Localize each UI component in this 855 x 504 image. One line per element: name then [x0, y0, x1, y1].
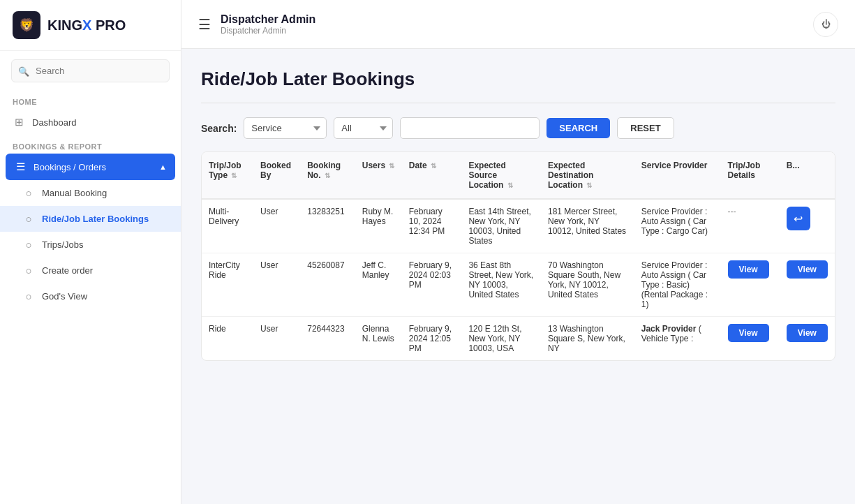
search-label: Search: [201, 123, 237, 134]
content-area: Ride/Job Later Bookings Search: Service … [181, 49, 855, 504]
cell-user-name: Glenna N. Lewis [355, 317, 402, 361]
cell-source: 120 E 12th St, New York, NY 10003, USA [461, 317, 541, 361]
cell-booked-by: User [253, 317, 300, 361]
search-text-input[interactable] [400, 117, 540, 139]
cell-user-name: Jeff C. Manley [355, 253, 402, 317]
page-divider [201, 103, 835, 103]
sidebar-item-label: God's View [42, 291, 87, 302]
main-content: ☰ Dispatcher Admin Dispatcher Admin ⏻ Ri… [181, 0, 855, 504]
cell-booking-no: 72644323 [300, 317, 355, 361]
cell-destination: 13 Washington Square S, New York, NY [541, 317, 634, 361]
sidebar-item-trips-jobs[interactable]: ○ Trips/Jobs [0, 232, 181, 258]
cell-destination: 70 Washington Square South, New York, NY… [541, 253, 634, 317]
sort-icon: ⇅ [389, 162, 394, 170]
home-section-label: HOME [0, 91, 181, 109]
sort-icon: ⇅ [507, 181, 513, 189]
cell-date: February 9, 2024 12:05 PM [402, 317, 462, 361]
topbar-left: ☰ Dispatcher Admin Dispatcher Admin [198, 13, 315, 36]
topbar-title-group: Dispatcher Admin Dispatcher Admin [221, 13, 315, 36]
table-row: Multi-DeliveryUser13283251Ruby M. HayesF… [202, 199, 835, 253]
logo: 🦁 KINGX PRO [0, 0, 181, 51]
sidebar-item-label: Manual Booking [42, 188, 107, 198]
sort-icon: ⇅ [431, 162, 436, 170]
col-trip-job-type: Trip/Job Type ⇅ [202, 152, 253, 199]
circle-icon: ○ [22, 187, 35, 199]
topbar-subtitle: Dispatcher Admin [221, 26, 315, 36]
cell-date: February 10, 2024 12:34 PM [402, 199, 462, 253]
cell-source: 36 East 8th Street, New York, NY 10003, … [461, 253, 541, 317]
cell-date: February 9, 2024 02:03 PM [402, 253, 462, 317]
cell-booking-no: 13283251 [300, 199, 355, 253]
table-header-row: Trip/Job Type ⇅ Booked By Booking No. ⇅ … [202, 152, 835, 199]
bookings-section-label: BOOKINGS & REPORT [0, 135, 181, 154]
sidebar-item-label: Create order [42, 265, 93, 276]
cell-trip-type: Multi-Delivery [202, 199, 253, 253]
topbar-title: Dispatcher Admin [221, 13, 315, 26]
view-button[interactable]: View [728, 324, 769, 342]
sidebar-item-manual-booking[interactable]: ○ Manual Booking [0, 180, 181, 206]
cell-service-provider: Jack Provider ( Vehicle Type : [634, 317, 721, 361]
power-icon: ⏻ [821, 19, 831, 29]
search-button[interactable]: SEARCH [547, 118, 610, 138]
all-select[interactable]: All Active Inactive [334, 117, 393, 139]
circle-icon: ○ [22, 265, 35, 276]
cell-action: View [780, 253, 835, 317]
service-provider-name: Jack Provider [641, 324, 699, 334]
col-action: B... [780, 152, 835, 199]
table-row: InterCity RideUser45260087Jeff C. Manley… [202, 253, 835, 317]
cell-booked-by: User [253, 253, 300, 317]
cell-trip-type: InterCity Ride [202, 253, 253, 317]
hamburger-button[interactable]: ☰ [198, 16, 211, 33]
sidebar-item-bookings-orders[interactable]: ☰ Bookings / Orders ▲ [6, 154, 175, 180]
page-title: Ride/Job Later Bookings [201, 68, 835, 90]
sidebar-item-dashboard[interactable]: ⊞ Dashboard [0, 109, 181, 135]
logo-icon: 🦁 [13, 11, 40, 39]
cell-trip-type: Ride [202, 317, 253, 361]
col-service-provider: Service Provider [634, 152, 721, 199]
bookings-icon: ☰ [14, 161, 27, 173]
cell-action: View [780, 317, 835, 361]
col-users: Users ⇅ [355, 152, 402, 199]
circle-icon: ○ [22, 213, 35, 225]
sidebar-item-ride-job-later[interactable]: ○ Ride/Job Later Bookings [0, 206, 181, 232]
col-trip-details: Trip/Job Details [721, 152, 780, 199]
search-icon: 🔍 [18, 66, 29, 76]
sort-icon: ⇅ [325, 172, 330, 179]
filter-select[interactable]: Service Trip/Job Type Status [244, 117, 327, 139]
cell-booking-no: 45260087 [300, 253, 355, 317]
sidebar-item-label: Dashboard [32, 117, 77, 128]
col-expected-destination: Expected Destination Location ⇅ [541, 152, 634, 199]
circle-icon: ○ [22, 239, 35, 251]
action-view-button[interactable]: View [787, 324, 828, 342]
circle-icon: ○ [22, 290, 35, 302]
chevron-up-icon: ▲ [159, 163, 167, 171]
search-input[interactable] [11, 59, 170, 82]
logo-text: KINGX PRO [47, 17, 126, 34]
bookings-table: Trip/Job Type ⇅ Booked By Booking No. ⇅ … [202, 152, 835, 360]
action-icon-button[interactable]: ↩ [787, 207, 810, 230]
topbar: ☰ Dispatcher Admin Dispatcher Admin ⏻ [181, 0, 855, 49]
sidebar: 🦁 KINGX PRO 🔍 HOME ⊞ Dashboard BOOKINGS … [0, 0, 181, 504]
cell-action: ↩ [780, 199, 835, 253]
sort-icon: ⇅ [586, 181, 592, 189]
cell-trip-details: --- [721, 199, 780, 253]
cell-booked-by: User [253, 199, 300, 253]
reset-button[interactable]: RESET [617, 117, 674, 139]
col-expected-source: Expected Source Location ⇅ [461, 152, 541, 199]
cell-service-provider: Service Provider : Auto Assign ( Car Typ… [634, 199, 721, 253]
cell-source: East 14th Street, New York, NY 10003, Un… [461, 199, 541, 253]
table-row: RideUser72644323Glenna N. LewisFebruary … [202, 317, 835, 361]
dashboard-icon: ⊞ [13, 116, 25, 128]
cell-service-provider: Service Provider : Auto Assign ( Car Typ… [634, 253, 721, 317]
sidebar-item-gods-view[interactable]: ○ God's View [0, 283, 181, 309]
sidebar-item-label: Ride/Job Later Bookings [42, 214, 149, 224]
power-button[interactable]: ⏻ [813, 12, 838, 37]
cell-destination: 181 Mercer Street, New York, NY 10012, U… [541, 199, 634, 253]
col-date: Date ⇅ [402, 152, 462, 199]
view-button[interactable]: View [728, 260, 769, 279]
col-booking-no: Booking No. ⇅ [300, 152, 355, 199]
action-view-button[interactable]: View [787, 260, 828, 279]
search-row: Search: Service Trip/Job Type Status All… [201, 117, 835, 139]
sidebar-item-label: Bookings / Orders [34, 162, 106, 172]
sidebar-item-create-order[interactable]: ○ Create order [0, 258, 181, 283]
